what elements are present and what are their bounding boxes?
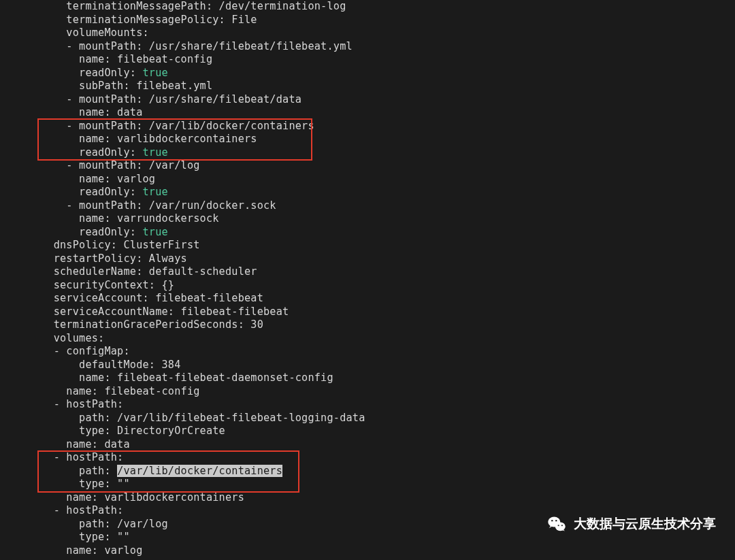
code-block: terminationMessagePath: /dev/termination… [0, 0, 735, 557]
